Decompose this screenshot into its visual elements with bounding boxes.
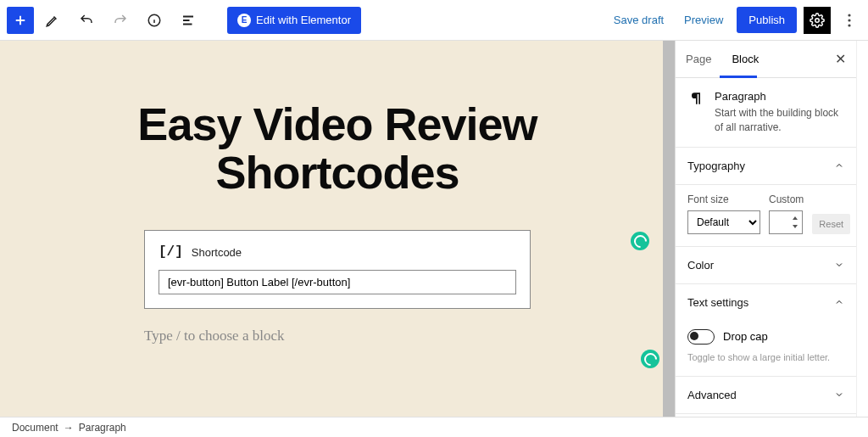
reset-font-size-button: Reset [812, 214, 850, 234]
typography-heading: Typography [687, 160, 745, 172]
window-scrollbar[interactable] [856, 41, 868, 417]
typography-panel-body: Font size Default Custom Reset [676, 185, 856, 247]
paragraph-icon [687, 90, 704, 135]
chevron-up-icon [834, 160, 844, 171]
advanced-panel-toggle[interactable]: Advanced [676, 377, 856, 414]
undo-button[interactable] [71, 5, 102, 36]
editor-canvas: Easy Video Review Shortcodes [/] Shortco… [0, 41, 675, 417]
font-size-label: Font size [687, 193, 760, 205]
text-settings-panel-toggle[interactable]: Text settings [676, 284, 856, 321]
breadcrumb-footer: Document → Paragraph [0, 417, 868, 437]
settings-button[interactable] [804, 7, 831, 34]
tab-block[interactable]: Block [721, 41, 769, 77]
toolbar-left: E Edit with Elementor [7, 5, 361, 36]
publish-button[interactable]: Publish [737, 7, 797, 33]
svg-point-4 [848, 24, 850, 26]
more-options-button[interactable] [837, 5, 861, 36]
drop-cap-toggle[interactable] [687, 329, 715, 345]
preview-button[interactable]: Preview [677, 7, 730, 33]
grammarly-icon[interactable] [631, 232, 649, 250]
text-settings-panel-body: Drop cap Toggle to show a large initial … [676, 321, 856, 377]
drop-cap-label: Drop cap [723, 330, 768, 343]
add-block-button[interactable] [7, 7, 34, 34]
breadcrumb-separator: → [64, 422, 74, 434]
block-info-section: Paragraph Start with the building block … [676, 78, 856, 148]
custom-size-label: Custom [769, 193, 804, 205]
outline-button[interactable] [173, 5, 203, 36]
edit-elementor-label: Edit with Elementor [256, 14, 351, 26]
chevron-up-icon [834, 297, 844, 307]
new-block-placeholder[interactable]: Type / to choose a block [144, 324, 531, 348]
drop-cap-hint: Toggle to show a large initial letter. [687, 351, 844, 364]
edit-pencil-button[interactable] [37, 5, 68, 36]
shortcode-input[interactable] [159, 270, 516, 294]
chevron-down-icon [834, 389, 844, 400]
toolbar-right: Save draft Preview Publish [607, 5, 861, 36]
shortcode-block[interactable]: [/] Shortcode [144, 230, 531, 309]
top-toolbar: E Edit with Elementor Save draft Preview… [0, 0, 868, 41]
redo-button[interactable] [105, 5, 136, 36]
shortcode-label: Shortcode [192, 246, 242, 259]
breadcrumb-document[interactable]: Document [12, 422, 58, 434]
settings-sidebar: Page Block ✕ Paragraph Start with the bu… [675, 41, 856, 417]
chevron-down-icon [834, 260, 844, 270]
breadcrumb-paragraph[interactable]: Paragraph [79, 422, 126, 434]
active-tab-indicator [720, 76, 757, 78]
post-title[interactable]: Easy Video Review Shortcodes [51, 100, 624, 196]
elementor-icon: E [237, 14, 251, 27]
font-size-select[interactable]: Default [687, 210, 760, 234]
svg-point-1 [815, 18, 820, 22]
color-panel-toggle[interactable]: Color [676, 247, 856, 284]
close-sidebar-button[interactable]: ✕ [825, 41, 856, 77]
shortcode-header: [/] Shortcode [159, 244, 516, 260]
svg-point-3 [848, 19, 850, 21]
custom-size-input[interactable] [769, 210, 803, 234]
edit-with-elementor-button[interactable]: E Edit with Elementor [227, 7, 361, 34]
advanced-heading: Advanced [687, 389, 737, 401]
sidebar-tabs: Page Block ✕ [676, 41, 856, 78]
svg-point-2 [848, 14, 850, 16]
typography-panel-toggle[interactable]: Typography [676, 148, 856, 185]
text-settings-heading: Text settings [687, 296, 748, 309]
save-draft-button[interactable]: Save draft [607, 7, 670, 33]
grammarly-icon[interactable] [641, 350, 659, 368]
color-heading: Color [687, 259, 714, 272]
canvas-scrollbar[interactable] [663, 41, 675, 417]
info-button[interactable] [139, 5, 170, 36]
main-area: Easy Video Review Shortcodes [/] Shortco… [0, 41, 868, 417]
shortcode-icon: [/] [159, 244, 183, 260]
tab-page[interactable]: Page [676, 41, 721, 77]
block-type-description: Start with the building block of all nar… [715, 106, 844, 135]
block-type-name: Paragraph [715, 90, 844, 103]
post-content: Easy Video Review Shortcodes [/] Shortco… [0, 41, 675, 365]
